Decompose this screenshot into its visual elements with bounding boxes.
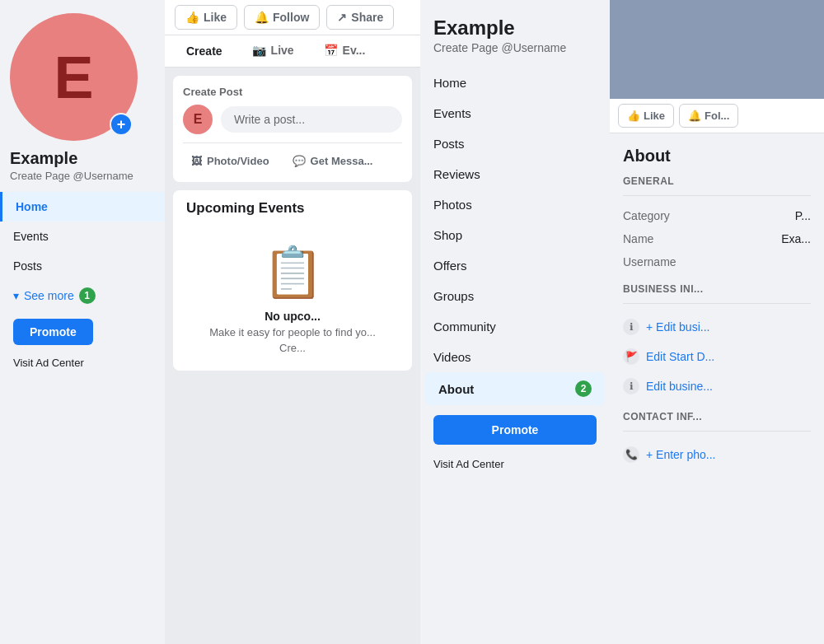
middle-nav-shop[interactable]: Shop [420, 220, 610, 250]
share-button[interactable]: ↗ Share [326, 5, 394, 30]
info2-icon: ℹ [623, 378, 639, 394]
content-area: Create Post E Write a post... 🖼 Photo/Vi… [165, 68, 420, 379]
middle-nav-groups[interactable]: Groups [420, 281, 610, 311]
avatar-plus-button[interactable]: + [110, 113, 133, 136]
name-value: Exa... [781, 232, 811, 245]
about-badge: 2 [575, 380, 592, 397]
write-post-input[interactable]: Write a post... [221, 106, 402, 133]
middle-nav-reviews[interactable]: Reviews [420, 159, 610, 189]
middle-nav-posts[interactable]: Posts [420, 128, 610, 159]
category-label: Category [623, 209, 670, 222]
general-section-title: GENERAL [623, 175, 811, 187]
info-icon: ℹ [623, 319, 639, 335]
see-more-row[interactable]: ▾ See more 1 [0, 281, 165, 310]
middle-nav-visit-ad-center[interactable]: Visit Ad Center [420, 455, 610, 474]
right-sidebar: 👍 Like 🔔 Fol... About GENERAL Category P… [610, 0, 824, 644]
about-title: About [623, 147, 811, 166]
create-post-title: Create Post [183, 86, 402, 98]
share-icon: ↗ [337, 11, 347, 24]
edit-business2-row[interactable]: ℹ Edit busine... [623, 371, 811, 401]
upcoming-events-card: Upcoming Events 📋 No upco... Make it eas… [173, 190, 412, 371]
follow-button[interactable]: 🔔 Follow [244, 5, 320, 30]
left-profile-area: E + Example Create Page @Username [0, 13, 147, 192]
name-field: Name Exa... [623, 227, 811, 250]
sidebar-item-events[interactable]: Events [0, 222, 165, 251]
write-post-placeholder: Write a post... [234, 113, 305, 126]
event-button[interactable]: 📅 Ev... [312, 35, 377, 67]
left-profile-name: Example [10, 149, 77, 168]
middle-nav-about[interactable]: About 2 [425, 372, 605, 405]
create-label: Create [175, 36, 234, 66]
contact-divider [623, 431, 811, 432]
middle-nav-events[interactable]: Events [420, 98, 610, 128]
middle-nav-community[interactable]: Community [420, 311, 610, 342]
right-like-icon: 👍 [627, 110, 640, 122]
middle-nav-name: Example [433, 16, 597, 40]
right-follow-button[interactable]: 🔔 Fol... [679, 104, 738, 128]
main-content: 👍 Like 🔔 Follow ↗ Share Create 📷 Live 📅 … [165, 0, 420, 644]
no-events-sub: Make it easy for people to find yo... [209, 326, 376, 338]
middle-nav-photos[interactable]: Photos [420, 189, 610, 220]
middle-nav-profile: Example Create Page @Username [420, 0, 610, 68]
create-bar-top: E Write a post... [183, 105, 402, 134]
name-label: Name [623, 232, 653, 245]
username-label: Username [623, 255, 677, 268]
middle-nav-offers[interactable]: Offers [420, 250, 610, 281]
right-follow-icon: 🔔 [688, 110, 701, 122]
promote-button[interactable]: Promote [13, 319, 93, 345]
no-events-create-link[interactable]: Cre... [279, 342, 306, 354]
visit-ad-center-link[interactable]: Visit Ad Center [0, 353, 97, 372]
action-bar: 👍 Like 🔔 Follow ↗ Share [165, 0, 420, 35]
contact-info-title: CONTACT INF... [623, 411, 811, 422]
enter-phone-row[interactable]: 📞 + Enter pho... [623, 440, 811, 469]
get-messages-button[interactable]: 💬 Get Messa... [284, 150, 382, 172]
create-post-card: Create Post E Write a post... 🖼 Photo/Vi… [173, 76, 412, 182]
middle-nav-videos[interactable]: Videos [420, 342, 610, 372]
calendar-icon: 📅 [324, 44, 338, 57]
camera-icon: 📷 [252, 44, 266, 57]
chevron-down-icon: ▾ [13, 289, 19, 302]
see-more-badge: 1 [79, 287, 96, 304]
live-button[interactable]: 📷 Live [241, 35, 306, 67]
like-button[interactable]: 👍 Like [175, 5, 237, 30]
right-action-bar: 👍 Like 🔔 Fol... [610, 99, 824, 133]
middle-nav: Example Create Page @Username Home Event… [420, 0, 610, 644]
business-divider [623, 303, 811, 304]
middle-nav-username: Create Page @Username [433, 41, 597, 54]
phone-icon: 📞 [623, 446, 639, 463]
username-field: Username [623, 250, 811, 273]
sidebar-item-home[interactable]: Home [0, 192, 165, 222]
photo-video-button[interactable]: 🖼 Photo/Video [183, 150, 278, 172]
right-like-button[interactable]: 👍 Like [618, 104, 674, 128]
sidebar-item-posts[interactable]: Posts [0, 251, 165, 281]
create-bar-buttons: 🖼 Photo/Video 💬 Get Messa... [183, 142, 402, 172]
business-info-title: BUSINESS INI... [623, 283, 811, 295]
edit-start-row[interactable]: 🚩 Edit Start D... [623, 342, 811, 371]
photo-icon: 🖼 [191, 155, 202, 167]
create-toolbar: Create 📷 Live 📅 Ev... [165, 35, 420, 68]
upcoming-events-title: Upcoming Events [173, 190, 412, 226]
general-divider [623, 195, 811, 196]
left-sidebar: E + Example Create Page @Username Home E… [0, 0, 165, 644]
message-icon: 💬 [293, 155, 306, 167]
edit-business-row[interactable]: ℹ + Edit busi... [623, 312, 811, 342]
middle-nav-promote-button[interactable]: Promote [433, 415, 597, 445]
about-section: About GENERAL Category P... Name Exa... … [610, 133, 824, 483]
category-field: Category P... [623, 204, 811, 227]
no-events-area: 📋 No upco... Make it easy for people to … [173, 226, 412, 371]
mini-avatar: E [183, 105, 213, 134]
events-icon: 📋 [262, 243, 324, 301]
no-events-title: No upco... [265, 310, 321, 323]
like-icon: 👍 [185, 11, 199, 24]
left-nav: Home Events Posts ▾ See more 1 [0, 192, 165, 310]
see-more-label: See more [24, 289, 74, 302]
middle-nav-home[interactable]: Home [420, 68, 610, 98]
avatar-container: E + [10, 13, 138, 141]
right-cover-photo [610, 0, 824, 99]
follow-icon: 🔔 [255, 11, 269, 24]
flag-icon: 🚩 [623, 348, 639, 365]
category-value: P... [795, 209, 811, 222]
left-profile-username: Create Page @Username [10, 170, 133, 182]
